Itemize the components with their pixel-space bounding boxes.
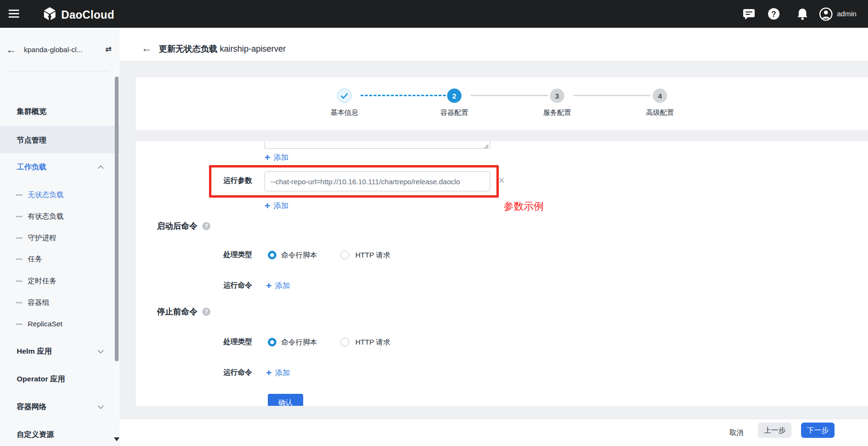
svg-text:?: ? [771,10,776,18]
hamburger-menu-icon[interactable] [9,10,19,18]
step-connector [471,95,548,96]
step-2-circle[interactable]: 2 [447,89,461,103]
sidebar-scroll-down-arrow-icon[interactable] [114,437,120,441]
sidebar-divider [6,71,109,71]
sidebar-item-container-network[interactable]: 容器网络 [0,401,120,413]
pre-stop-section-title: 停止前命令 ? [157,306,210,317]
step-connector [361,95,446,96]
sidebar-item-statefulsets[interactable]: 有状态负载 [0,211,120,222]
plus-icon: + [264,201,270,211]
next-step-button[interactable]: 下一步 [801,423,835,438]
daocloud-logo-icon [42,6,57,23]
step-4-circle[interactable]: 4 [653,89,667,103]
sidebar-item-cronjobs[interactable]: 定时任务 [0,275,120,287]
container-config-form: + 添加 运行参数 × + 添加 参数示例 启动后命令 ? 处理类型 命令行脚本… [136,141,868,406]
item-dash [16,323,22,325]
sidebar-item-cluster-overview[interactable]: 集群概览 [0,106,120,117]
username-label[interactable]: admin [837,9,857,19]
wizard-footer: 取消 上一步 下一步 [120,419,868,446]
item-dash [16,216,22,217]
help-circle-icon[interactable]: ? [202,308,210,316]
radio-command-script-label[interactable]: 命令行脚本 [281,337,317,347]
radio-command-script-selected[interactable] [268,338,276,346]
page-title-action: 更新无状态负载 [159,44,218,54]
page-title-workload: kairship-apiserver [220,44,286,54]
handler-type-label: 处理类型 [219,337,252,346]
run-command-label: 运行命令 [219,368,252,377]
run-args-input[interactable] [264,171,490,191]
help-circle-icon[interactable]: ? [202,222,210,230]
add-arg-button[interactable]: + 添加 [264,201,288,211]
chevron-down-icon [98,403,104,409]
chat-icon[interactable] [742,7,756,21]
chevron-down-icon [98,347,104,354]
previous-step-button[interactable]: 上一步 [758,423,791,438]
step-3-label: 服务配置 [528,108,586,117]
cluster-back-arrow-icon[interactable]: ← [6,44,16,56]
plus-icon: + [266,281,272,290]
run-command-label: 运行命令 [219,281,252,290]
radio-http-request[interactable] [341,251,349,259]
plus-icon: + [264,153,270,162]
sidebar: ← kpanda-global-cl... ⇄ 集群概览 节点管理 工作负载 无… [0,28,120,446]
run-args-label: 运行参数 [219,176,252,185]
command-textarea[interactable] [264,141,490,149]
confirm-button[interactable]: 确认 [268,394,303,406]
cluster-name[interactable]: kpanda-global-cl... [24,45,104,54]
top-header: DaoCloud ? admin [0,0,868,28]
brand-logo[interactable]: DaoCloud [42,6,114,23]
radio-http-request-label[interactable]: HTTP 请求 [355,250,390,260]
sidebar-item-operator-apps[interactable]: Operator 应用 [0,373,120,385]
step-1-label: 基本信息 [316,108,373,117]
sidebar-item-daemonsets[interactable]: 守护进程 [0,232,120,244]
user-avatar-icon[interactable] [819,7,833,21]
page-back-arrow-icon[interactable]: ← [142,42,152,55]
step-2-label: 容器配置 [426,108,483,117]
step-1-done-check-icon[interactable] [337,89,352,103]
item-dash [16,194,22,196]
post-start-section-title: 启动后命令 ? [157,221,210,232]
notification-bell-icon[interactable] [796,7,809,21]
radio-http-request[interactable] [341,338,349,346]
plus-icon: + [266,368,272,378]
radio-command-script-selected[interactable] [268,251,276,259]
item-dash [16,302,22,303]
add-run-command-button[interactable]: + 添加 [266,368,290,378]
item-dash [16,258,22,260]
red-annotation-text: 参数示例 [504,200,544,213]
add-run-command-button[interactable]: + 添加 [266,280,290,291]
stepper-card: 2 3 4 基本信息 容器配置 服务配置 高级配置 [136,78,868,130]
brand-name: DaoCloud [61,9,114,22]
sidebar-item-pods[interactable]: 容器组 [0,297,120,308]
item-dash [16,237,22,239]
sidebar-item-node-management[interactable]: 节点管理 [0,134,120,146]
item-dash [16,280,22,282]
sidebar-scrollbar-thumb[interactable] [115,77,119,361]
step-connector [573,95,651,96]
help-icon[interactable]: ? [767,7,780,21]
sidebar-item-replicaset[interactable]: ReplicaSet [0,318,120,330]
sidebar-item-custom-resources[interactable]: 自定义资源 [0,429,120,440]
step-3-circle[interactable]: 3 [550,89,564,103]
radio-http-request-label[interactable]: HTTP 请求 [355,337,390,347]
handler-type-label: 处理类型 [219,250,252,259]
step-4-label: 高级配置 [631,108,689,117]
sidebar-item-helm-apps[interactable]: Helm 应用 [0,346,120,357]
add-command-button[interactable]: + 添加 [264,152,288,163]
sidebar-item-workloads[interactable]: 工作负载 [0,161,120,173]
chevron-up-icon [98,165,104,171]
sidebar-item-jobs[interactable]: 任务 [0,253,120,265]
sidebar-item-deployments[interactable]: 无状态负载 [0,189,120,201]
textarea-resize-handle-icon[interactable] [483,142,489,147]
remove-arg-icon[interactable]: × [498,175,505,186]
cluster-switch-icon[interactable]: ⇄ [105,45,111,54]
radio-command-script-label[interactable]: 命令行脚本 [281,250,317,260]
cancel-button[interactable]: 取消 [729,425,744,440]
page-title: 更新无状态负载 kairship-apiserver [159,43,286,55]
